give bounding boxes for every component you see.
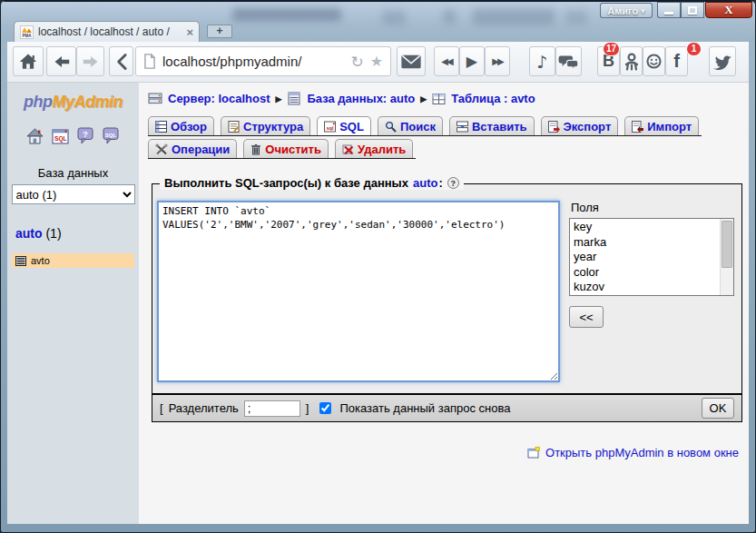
- tab-export[interactable]: Экспорт: [541, 116, 619, 135]
- sql-window-icon: SQL: [52, 129, 69, 144]
- pma-sidebar: phpMyAdmin SQL: [7, 83, 139, 524]
- pma-logo-myadmin: MyAdmin: [53, 93, 123, 111]
- browser-toolbar: localhost/phpmyadmin/ ↻ ★ ◀◀ ▶ ▶▶ ♪: [7, 42, 749, 83]
- page-icon: [143, 54, 156, 69]
- tab-insert[interactable]: Вставить: [449, 116, 535, 135]
- moimir-button[interactable]: [643, 46, 665, 76]
- sidebar-sql-window-button[interactable]: SQL: [52, 129, 69, 144]
- pma-favicon: PMA: [20, 25, 34, 39]
- breadcrumb-server-link[interactable]: Сервер: localhost: [168, 92, 270, 105]
- svg-text:SQL: SQL: [54, 135, 67, 143]
- legend-text: Выполнить SQL-запрос(ы) к базе данных: [164, 176, 408, 190]
- tab-structure[interactable]: Структура: [221, 116, 310, 135]
- tab-sql[interactable]: sql SQL: [317, 116, 371, 135]
- maximize-button[interactable]: [681, 2, 704, 18]
- back-button[interactable]: [46, 46, 76, 76]
- sidebar-table-avto[interactable]: avto: [12, 253, 134, 268]
- structure-icon: [228, 121, 240, 133]
- fields-listbox[interactable]: key marka year color kuzov: [569, 218, 734, 296]
- odnoklassniki-icon: [624, 53, 639, 71]
- tab-drop[interactable]: Удалить: [335, 139, 413, 158]
- tab-empty[interactable]: Очистить: [243, 139, 329, 158]
- browser-window: Амиго▾ X PMA localhost / localhost / aut…: [0, 0, 756, 533]
- forward-arrow-icon: [82, 54, 100, 70]
- delimiter-bracket-close: ]: [306, 401, 309, 415]
- field-option[interactable]: year: [574, 250, 719, 265]
- tab-close-icon[interactable]: ×: [186, 25, 193, 39]
- mail-button[interactable]: [397, 46, 426, 76]
- query-footer-bar: [ Разделитель ] Показать данный запрос с…: [152, 394, 742, 422]
- open-new-window-row: Открыть phpMyAdmin в новом окне: [148, 446, 749, 459]
- sql-bubble-icon: SQL: [103, 127, 120, 144]
- glass-reflection: [565, 10, 587, 24]
- rewind-icon: ◀◀: [441, 56, 451, 66]
- facebook-button[interactable]: f: [665, 46, 688, 76]
- bookmark-star-icon[interactable]: ★: [370, 53, 383, 70]
- sidebar-nav-icons: SQL ? SQL: [7, 127, 139, 144]
- fields-scrollbar[interactable]: [720, 219, 733, 295]
- glass-reflection: [473, 8, 555, 25]
- database-select-label: База данных: [7, 166, 139, 180]
- refresh-icon[interactable]: ↻: [350, 53, 363, 71]
- database-select[interactable]: auto (1): [12, 184, 135, 204]
- play-icon: ▶: [466, 53, 477, 70]
- insert-field-button[interactable]: <<: [569, 306, 604, 328]
- page-content: phpMyAdmin SQL: [7, 83, 749, 524]
- trash-icon: [250, 143, 261, 155]
- table-icon: [432, 93, 446, 105]
- field-option[interactable]: key: [574, 220, 719, 235]
- sidebar-home-button[interactable]: [26, 128, 44, 144]
- field-option[interactable]: marka: [574, 235, 719, 251]
- pma-tabs-row2: Операции Очистить: [148, 139, 416, 159]
- maximize-icon: [688, 6, 697, 15]
- amigo-menu-button[interactable]: Амиго▾: [600, 3, 653, 18]
- drop-icon: [342, 143, 354, 155]
- tab-label: Операции: [172, 143, 230, 156]
- tab-label: Вставить: [472, 120, 527, 133]
- sql-query-legend: Выполнить SQL-запрос(ы) к базе данных au…: [160, 176, 464, 190]
- database-link[interactable]: auto: [15, 226, 43, 241]
- show-query-again-checkbox[interactable]: [319, 402, 331, 414]
- odnoklassniki-button[interactable]: [620, 46, 643, 76]
- tab-search[interactable]: Поиск: [378, 116, 443, 135]
- breadcrumb: Сервер: localhost ▶ База данных: auto ▶: [148, 92, 749, 105]
- forward-button[interactable]: [76, 46, 104, 76]
- twitter-button[interactable]: [709, 46, 736, 76]
- browser-tab[interactable]: PMA localhost / localhost / auto / ×: [14, 21, 200, 42]
- database-icon: [287, 92, 301, 105]
- share-button[interactable]: [109, 46, 133, 76]
- address-bar[interactable]: localhost/phpmyadmin/ ↻ ★: [135, 46, 391, 76]
- legend-database-link[interactable]: auto: [413, 176, 437, 190]
- rewind-button[interactable]: ◀◀: [434, 46, 459, 76]
- fields-column: Поля key marka year color kuzov <<: [569, 201, 734, 382]
- open-phpmyadmin-link[interactable]: Открыть phpMyAdmin в новом окне: [545, 446, 739, 459]
- sidebar-help-button[interactable]: ?: [77, 127, 94, 144]
- glass-reflection: [382, 10, 406, 25]
- svg-text:SQL: SQL: [105, 133, 117, 138]
- new-tab-button[interactable]: +: [207, 25, 232, 38]
- breadcrumb-database-link[interactable]: База данных: auto: [307, 92, 415, 105]
- tab-operations[interactable]: Операции: [148, 139, 237, 158]
- fields-scrollbar-thumb[interactable]: [722, 221, 732, 268]
- tab-import[interactable]: Импорт: [624, 116, 699, 135]
- play-button[interactable]: ▶: [459, 46, 485, 76]
- field-option[interactable]: color: [574, 265, 719, 281]
- ok-button[interactable]: OK: [702, 398, 734, 419]
- chat-button[interactable]: [555, 46, 582, 76]
- delimiter-input[interactable]: [244, 400, 300, 417]
- breadcrumb-table-link[interactable]: Таблица : avto: [451, 92, 535, 105]
- tab-browse[interactable]: Обзор: [148, 116, 214, 135]
- music-button[interactable]: ♪: [529, 46, 555, 76]
- pma-main: Сервер: localhost ▶ База данных: auto ▶: [139, 83, 749, 524]
- fast-forward-button[interactable]: ▶▶: [485, 46, 510, 76]
- back-arrow-icon: [53, 54, 71, 70]
- breadcrumb-separator-icon: ▶: [420, 94, 427, 104]
- minimize-button[interactable]: [657, 2, 681, 18]
- help-icon[interactable]: ?: [447, 177, 459, 189]
- database-table-count: (1): [45, 226, 61, 241]
- sidebar-query-window-button[interactable]: SQL: [103, 127, 120, 144]
- sql-query-textarea[interactable]: INSERT INTO `avto` VALUES('2','BMW','200…: [157, 201, 560, 382]
- close-window-button[interactable]: X: [705, 2, 752, 18]
- home-button[interactable]: [13, 46, 44, 76]
- field-option[interactable]: kuzov: [574, 280, 719, 295]
